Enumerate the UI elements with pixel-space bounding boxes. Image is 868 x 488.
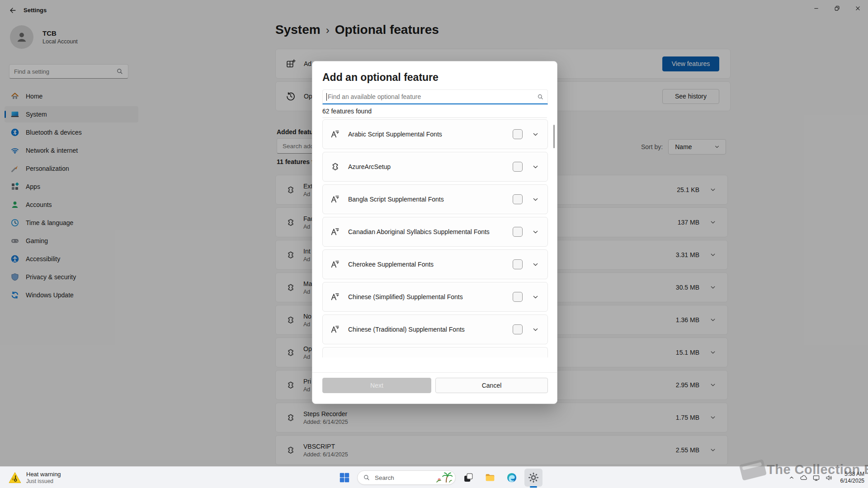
widget-title: Heat warning bbox=[26, 471, 61, 478]
warning-icon bbox=[8, 471, 22, 484]
optional-feature-row[interactable]: Bangla Script Supplemental Fonts bbox=[322, 184, 548, 214]
optional-feature-row[interactable]: Cherokee Supplemental Fonts bbox=[322, 249, 548, 279]
optional-feature-row[interactable]: Chinese (Traditional) Supplemental Fonts bbox=[322, 314, 548, 344]
chevron-down-icon[interactable] bbox=[532, 326, 539, 333]
chevron-down-icon[interactable] bbox=[532, 163, 539, 171]
feature-name: Cherokee Supplemental Fonts bbox=[348, 261, 434, 268]
dialog-scrollbar-thumb[interactable] bbox=[553, 125, 555, 148]
optional-feature-row[interactable]: AzureArcSetup bbox=[322, 152, 548, 182]
feature-checkbox[interactable] bbox=[513, 259, 523, 269]
feature-name: Chinese (Simplified) Supplemental Fonts bbox=[348, 293, 463, 300]
gear-icon bbox=[528, 472, 539, 483]
tray-date: 6/14/2025 bbox=[840, 478, 864, 484]
feature-checkbox[interactable] bbox=[513, 194, 523, 204]
chevron-up-icon bbox=[788, 474, 795, 481]
taskview-icon bbox=[463, 472, 474, 483]
feature-checkbox[interactable] bbox=[513, 227, 523, 237]
widgets-button[interactable]: Heat warning Just issued bbox=[5, 469, 65, 487]
feature-type-icon bbox=[330, 162, 340, 172]
feature-name: Chinese (Traditional) Supplemental Fonts bbox=[348, 326, 465, 333]
clock[interactable]: 5:38 AM 6/14/2025 bbox=[840, 471, 864, 484]
result-count: 62 features found bbox=[322, 108, 372, 115]
network-button[interactable] bbox=[812, 474, 820, 482]
dialog-title: Add an optional feature bbox=[322, 71, 439, 84]
divider bbox=[322, 117, 547, 118]
add-optional-feature-dialog: Add an optional feature Find an availabl… bbox=[312, 61, 557, 404]
chevron-down-icon[interactable] bbox=[532, 261, 539, 268]
dialog-search-input[interactable]: Find an available optional feature bbox=[322, 89, 548, 104]
taskbar-search-label: Search bbox=[375, 474, 434, 481]
seasonal-art-icon bbox=[434, 472, 453, 483]
network-icon bbox=[812, 474, 820, 482]
feature-type-icon bbox=[330, 129, 340, 139]
file-explorer-button[interactable] bbox=[481, 469, 499, 487]
tray-overflow-button[interactable] bbox=[788, 474, 795, 481]
start-button[interactable] bbox=[335, 469, 354, 487]
chevron-down-icon[interactable] bbox=[532, 293, 539, 301]
optional-feature-row[interactable]: Canadian Aboriginal Syllabics Supplement… bbox=[322, 217, 548, 247]
divider bbox=[312, 372, 557, 373]
search-icon bbox=[537, 94, 544, 100]
taskbar: Heat warning Just issued Search 5:38 AM … bbox=[0, 466, 868, 488]
feature-name: Bangla Script Supplemental Fonts bbox=[348, 196, 444, 203]
cloud-icon bbox=[800, 474, 807, 482]
tray-time: 5:38 AM bbox=[840, 471, 864, 478]
optional-feature-row[interactable]: Chinese (Simplified) Supplemental Fonts bbox=[322, 282, 548, 312]
feature-checkbox[interactable] bbox=[513, 292, 523, 302]
feature-checkbox[interactable] bbox=[513, 129, 523, 139]
feature-type-icon bbox=[330, 292, 340, 302]
next-button[interactable]: Next bbox=[322, 378, 431, 393]
feature-row-partial[interactable] bbox=[322, 347, 548, 357]
feature-type-icon bbox=[330, 324, 340, 334]
feature-type-icon bbox=[330, 227, 340, 237]
start-icon bbox=[339, 472, 350, 483]
feature-name: Canadian Aboriginal Syllabics Supplement… bbox=[348, 228, 490, 235]
optional-features-list: Arabic Script Supplemental Fonts AzureAr… bbox=[322, 119, 548, 357]
speaker-icon bbox=[825, 474, 833, 482]
taskbar-center: Search bbox=[335, 469, 542, 487]
feature-checkbox[interactable] bbox=[513, 162, 523, 172]
chevron-down-icon[interactable] bbox=[532, 196, 539, 203]
feature-type-icon bbox=[330, 194, 340, 204]
optional-feature-row[interactable]: Arabic Script Supplemental Fonts bbox=[322, 119, 548, 149]
feature-type-icon bbox=[330, 259, 340, 269]
feature-name: AzureArcSetup bbox=[348, 163, 391, 170]
chevron-down-icon[interactable] bbox=[532, 131, 539, 138]
dialog-search-placeholder: Find an available optional feature bbox=[328, 93, 537, 100]
task-view-button[interactable] bbox=[459, 469, 477, 487]
feature-checkbox[interactable] bbox=[513, 324, 523, 334]
system-tray: 5:38 AM 6/14/2025 bbox=[788, 469, 864, 487]
widget-subtitle: Just issued bbox=[26, 478, 61, 484]
volume-button[interactable] bbox=[825, 474, 833, 482]
text-caret bbox=[326, 93, 327, 101]
cancel-button[interactable]: Cancel bbox=[435, 378, 548, 393]
edge-button[interactable] bbox=[503, 469, 521, 487]
taskbar-search[interactable]: Search bbox=[357, 470, 456, 485]
settings-app-button[interactable] bbox=[524, 469, 542, 487]
dialog-buttons: Next Cancel bbox=[322, 378, 548, 393]
feature-name: Arabic Script Supplemental Fonts bbox=[348, 131, 442, 138]
search-icon bbox=[363, 474, 370, 481]
onedrive-button[interactable] bbox=[800, 474, 807, 482]
chevron-down-icon[interactable] bbox=[532, 228, 539, 236]
edge-icon bbox=[506, 472, 517, 483]
folder-icon bbox=[485, 472, 495, 483]
